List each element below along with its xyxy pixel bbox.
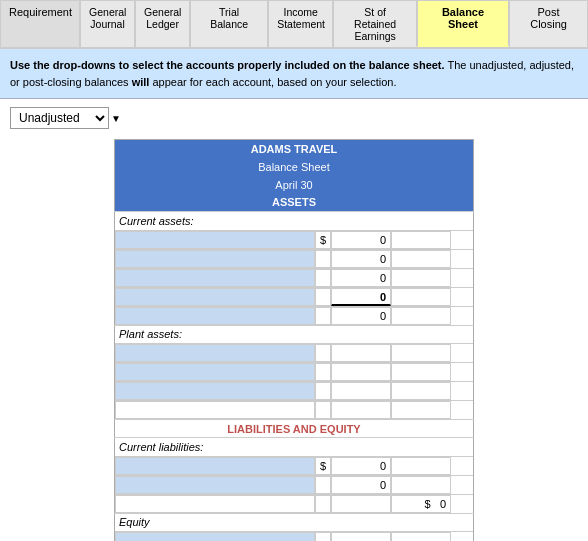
current-asset-value-5: 0 (331, 307, 391, 325)
current-liab-name-3[interactable] (115, 495, 315, 513)
plant-asset-value-3 (331, 382, 391, 400)
current-asset-total-3 (391, 269, 451, 287)
plant-asset-row-1 (115, 343, 473, 362)
current-liab-name-1[interactable] (115, 457, 315, 475)
current-liab-row-2: 0 (115, 475, 473, 494)
current-asset-value-4: 0 (331, 288, 391, 306)
current-liab-value-1: 0 (331, 457, 391, 475)
plant-asset-value-4 (331, 401, 391, 419)
plant-asset-dollar-3 (315, 382, 331, 400)
equity-row-1 (115, 531, 473, 541)
plant-asset-total-3 (391, 382, 451, 400)
bs-date: April 30 (115, 176, 474, 194)
plant-asset-total-2 (391, 363, 451, 381)
plant-assets-label: Plant assets: (115, 325, 474, 343)
current-asset-value-3: 0 (331, 269, 391, 287)
bs-title-row: Balance Sheet (115, 158, 474, 176)
plant-asset-name-3[interactable] (115, 382, 315, 400)
current-asset-name-4[interactable] (115, 288, 315, 306)
plant-asset-value-2 (331, 363, 391, 381)
current-liab-dollar-1: $ (315, 457, 331, 475)
current-asset-dollar-2 (315, 250, 331, 268)
plant-asset-name-4[interactable] (115, 401, 315, 419)
current-liab-total-3: $ 0 (391, 495, 451, 513)
plant-asset-dollar-4 (315, 401, 331, 419)
plant-asset-name-1[interactable] (115, 344, 315, 362)
current-asset-total-2 (391, 250, 451, 268)
current-liab-row-3: $ 0 (115, 494, 473, 513)
tab-requirement[interactable]: Requirement (0, 0, 80, 47)
equity-value-1 (331, 532, 391, 541)
current-asset-name-3[interactable] (115, 269, 315, 287)
tab-trial-balance[interactable]: Trial Balance (190, 0, 268, 47)
current-asset-row-3: 0 (115, 268, 473, 287)
current-asset-name-5[interactable] (115, 307, 315, 325)
bs-assets-header: ASSETS (115, 194, 474, 212)
equity-label-row: Equity (115, 513, 474, 531)
plant-asset-name-2[interactable] (115, 363, 315, 381)
equity-total-1 (391, 532, 451, 541)
plant-asset-row-2 (115, 362, 473, 381)
tab-post-closing[interactable]: Post Closing (509, 0, 588, 47)
current-asset-row-2: 0 (115, 249, 473, 268)
tab-general-journal[interactable]: GeneralJournal (80, 0, 135, 47)
tab-income-statement[interactable]: IncomeStatement (268, 0, 333, 47)
bs-date-row: April 30 (115, 176, 474, 194)
current-liabilities-label-row: Current liabilities: (115, 438, 474, 456)
current-liab-name-2[interactable] (115, 476, 315, 494)
current-liab-total-1 (391, 457, 451, 475)
current-asset-row-4: 0 (115, 287, 473, 306)
current-assets-label: Current assets: (115, 212, 474, 230)
current-asset-dollar-4 (315, 288, 331, 306)
current-liab-value-2: 0 (331, 476, 391, 494)
bs-company-name: ADAMS TRAVEL (115, 140, 474, 158)
dropdown-row: Unadjusted Adjusted Post-Closing ▼ (10, 107, 578, 129)
current-liab-value-3 (331, 495, 391, 513)
plant-asset-dollar-2 (315, 363, 331, 381)
plant-asset-total-4 (391, 401, 451, 419)
current-asset-row-5: 0 (115, 306, 473, 325)
tab-st-retained-earnings[interactable]: St of RetainedEarnings (333, 0, 417, 47)
current-asset-total-1 (391, 231, 451, 249)
dropdown-arrow-icon: ▼ (111, 113, 121, 124)
current-asset-value-1: 0 (331, 231, 391, 249)
bs-title: Balance Sheet (115, 158, 474, 176)
current-asset-dollar-5 (315, 307, 331, 325)
current-liab-total-2 (391, 476, 451, 494)
current-liab-dollar-2 (315, 476, 331, 494)
tab-bar: Requirement GeneralJournal GeneralLedger… (0, 0, 588, 49)
current-asset-total-4 (391, 288, 451, 306)
plant-asset-value-1 (331, 344, 391, 362)
instruction-bar: Use the drop-downs to select the account… (0, 49, 588, 99)
plant-asset-dollar-1 (315, 344, 331, 362)
instruction-text-bold: Use the drop-downs to select the account… (10, 59, 445, 71)
current-asset-name-2[interactable] (115, 250, 315, 268)
liab-header-row: LIABILITIES AND EQUITY (115, 420, 474, 438)
current-asset-dollar-3 (315, 269, 331, 287)
equity-dollar-1 (315, 532, 331, 541)
bs-assets-header-row: ASSETS (115, 194, 474, 212)
bs-company-row: ADAMS TRAVEL (115, 140, 474, 158)
current-liab-row-1: $ 0 (115, 456, 473, 475)
equity-name-1[interactable] (115, 532, 315, 541)
liabilities-header: LIABILITIES AND EQUITY (115, 420, 474, 438)
tab-general-ledger[interactable]: GeneralLedger (135, 0, 190, 47)
balance-type-dropdown[interactable]: Unadjusted Adjusted Post-Closing (10, 107, 109, 129)
current-asset-name-1[interactable] (115, 231, 315, 249)
current-asset-value-2: 0 (331, 250, 391, 268)
current-asset-dollar-1: $ (315, 231, 331, 249)
current-liab-dollar-3 (315, 495, 331, 513)
current-asset-total-5 (391, 307, 451, 325)
balance-sheet-table: ADAMS TRAVEL Balance Sheet April 30 ASSE… (114, 139, 474, 541)
tab-balance-sheet[interactable]: Balance Sheet (417, 0, 509, 47)
current-liabilities-label: Current liabilities: (115, 438, 474, 456)
plant-asset-row-3 (115, 381, 473, 400)
current-assets-label-row: Current assets: (115, 212, 474, 230)
plant-asset-total-1 (391, 344, 451, 362)
main-content: Unadjusted Adjusted Post-Closing ▼ ADAMS… (0, 99, 588, 541)
current-asset-row-1: $ 0 (115, 230, 473, 249)
plant-asset-row-4 (115, 400, 473, 419)
equity-label: Equity (115, 513, 474, 531)
plant-assets-label-row: Plant assets: (115, 325, 474, 343)
